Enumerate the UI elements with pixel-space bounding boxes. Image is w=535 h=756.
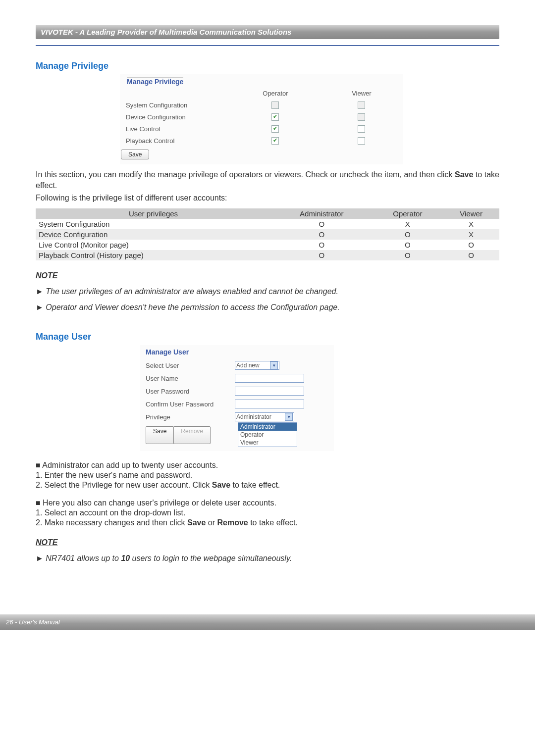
confirm-password-label: Confirm User Password [146, 401, 235, 408]
manage-user-legend: Manage User [146, 348, 331, 356]
user-password-label: User Password [146, 388, 235, 395]
option-viewer[interactable]: Viewer [238, 439, 297, 447]
option-administrator[interactable]: Administrator [238, 423, 297, 431]
chevron-down-icon: ▾ [285, 413, 293, 421]
th-operator: Operator [373, 208, 443, 219]
checkbox-live-viewer[interactable] [358, 125, 365, 133]
select-user-label: Select User [146, 362, 235, 369]
note-line-2: ► Operator and Viewer doesn't heve the p… [36, 303, 499, 312]
note-line-3: ► NR7401 allows up to 10 users to login … [36, 554, 499, 563]
instructions-add-user: ■ Administrator can add up to twenty use… [36, 461, 499, 490]
col-operator: Operator [228, 88, 323, 99]
user-name-input[interactable] [235, 374, 304, 383]
manage-privilege-panel: Manage Privilege Operator Viewer System … [120, 74, 403, 164]
confirm-password-input[interactable] [235, 400, 304, 408]
page-footer: 26 - User's Manual [0, 614, 535, 630]
checkbox-live-operator[interactable]: ✔ [271, 125, 279, 133]
row-device-config-label: Device Configuration [123, 111, 228, 123]
page-header: VIVOTEK - A Leading Provider of Multimed… [36, 25, 499, 39]
remove-user-button[interactable]: Remove [173, 426, 211, 444]
th-administrator: Administrator [271, 208, 373, 219]
checkbox-sysconfig-operator [271, 101, 279, 109]
th-user-privileges: User privileges [36, 208, 271, 219]
section-manage-user-title: Manage User [36, 332, 499, 342]
user-password-input[interactable] [235, 387, 304, 396]
header-divider [36, 45, 499, 46]
col-viewer: Viewer [323, 88, 400, 99]
para-following: Following is the privilege list of diffe… [36, 193, 499, 203]
user-name-label: User Name [146, 375, 235, 382]
option-operator[interactable]: Operator [238, 431, 297, 439]
privilege-label: Privilege [146, 413, 235, 421]
row-live-control-label: Live Control [123, 123, 228, 135]
table-row: Playback Control (History page) O O O [36, 250, 499, 260]
table-row: System Configuration O X X [36, 219, 499, 229]
checkbox-playback-operator[interactable]: ✔ [271, 137, 279, 145]
instructions-edit-user: ■ Here you also can change user's privil… [36, 499, 499, 527]
checkbox-sysconfig-viewer [358, 101, 365, 109]
save-button[interactable]: Save [121, 150, 149, 159]
section-manage-privilege-title: Manage Privilege [36, 61, 499, 71]
manage-user-panel: Manage User Select User Add new ▾ User N… [140, 345, 334, 451]
note-line-1: ► The user privileges of an administrato… [36, 287, 499, 296]
table-row: Live Control (Monitor page) O O O [36, 240, 499, 250]
checkbox-playback-viewer[interactable] [358, 137, 365, 145]
row-system-config-label: System Configuration [123, 99, 228, 111]
note-heading-2: NOTE [36, 538, 499, 547]
th-viewer: Viewer [443, 208, 499, 219]
row-playback-control-label: Playback Control [123, 135, 228, 147]
table-row: Device Configuration O O X [36, 229, 499, 240]
manage-privilege-legend: Manage Privilege [127, 77, 183, 86]
note-heading-1: NOTE [36, 271, 499, 280]
checkbox-devconfig-operator[interactable]: ✔ [271, 113, 279, 121]
privilege-dropdown-open[interactable]: Administrator Operator Viewer [238, 422, 297, 447]
privilege-dropdown[interactable]: Administrator ▾ [235, 412, 294, 421]
select-user-dropdown[interactable]: Add new ▾ [235, 361, 279, 370]
checkbox-devconfig-viewer [358, 113, 365, 121]
privilege-table: User privileges Administrator Operator V… [36, 208, 499, 260]
chevron-down-icon: ▾ [270, 361, 278, 369]
para-intro: In this section, you can modify the mana… [36, 169, 499, 191]
save-user-button[interactable]: Save [146, 426, 174, 444]
